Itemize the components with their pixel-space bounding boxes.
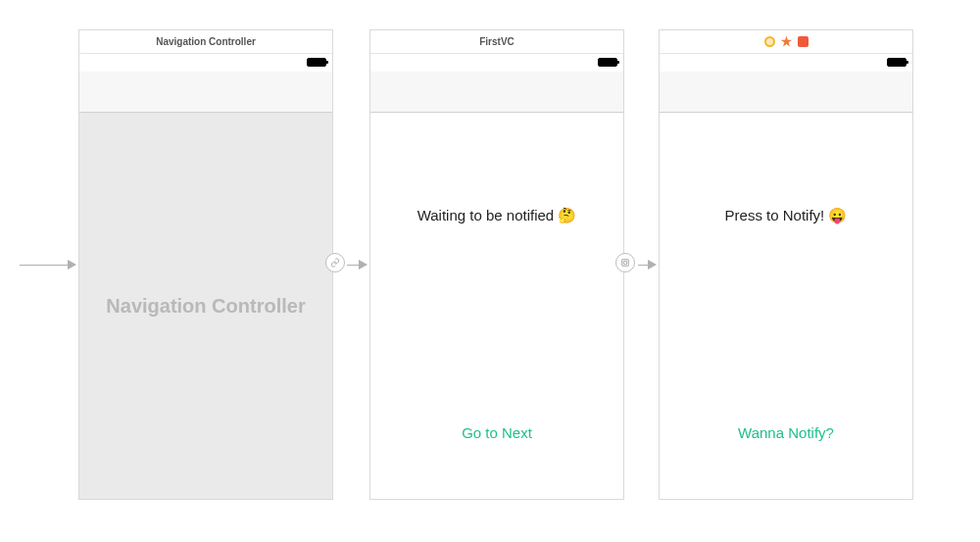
storyboard-canvas: Navigation Controller Navigation Control… <box>0 0 980 542</box>
navigation-bar <box>370 72 623 113</box>
scene-first-vc[interactable]: FirstVC Waiting to be notified 🤔 Go to N… <box>369 29 624 500</box>
segue-arrow <box>335 260 368 270</box>
go-to-next-button[interactable]: Go to Next <box>370 424 623 441</box>
segue-arrow <box>626 260 657 270</box>
scene-title: Navigation Controller <box>156 36 256 47</box>
scene-title: FirstVC <box>479 36 514 47</box>
scene-body: Navigation Controller <box>79 113 332 499</box>
scene-second-vc[interactable]: Press to Notify! 😛 Wanna Notify? <box>659 29 913 500</box>
instruction-label: Press to Notify! 😛 <box>660 207 912 224</box>
navigation-bar <box>79 72 332 113</box>
warning-star-icon <box>780 35 792 47</box>
warning-dot-icon <box>764 36 775 47</box>
scene-navigation-controller[interactable]: Navigation Controller Navigation Control… <box>78 29 333 500</box>
scene-title-bar: FirstVC <box>370 30 623 54</box>
battery-icon <box>307 58 326 67</box>
navigation-bar <box>660 72 912 113</box>
scene-title-bar <box>660 30 912 54</box>
notify-button[interactable]: Wanna Notify? <box>660 424 912 441</box>
scene-title-bar: Navigation Controller <box>79 30 332 54</box>
scene-body: Press to Notify! 😛 Wanna Notify? <box>660 113 912 499</box>
battery-icon <box>598 58 617 67</box>
scene-body: Waiting to be notified 🤔 Go to Next <box>370 113 623 499</box>
placeholder-label: Navigation Controller <box>106 295 305 318</box>
error-square-icon <box>798 36 808 47</box>
initial-vc-arrow <box>20 260 76 270</box>
status-label: Waiting to be notified 🤔 <box>370 207 623 224</box>
battery-icon <box>887 58 906 67</box>
misplaced-view-warnings <box>764 36 808 47</box>
